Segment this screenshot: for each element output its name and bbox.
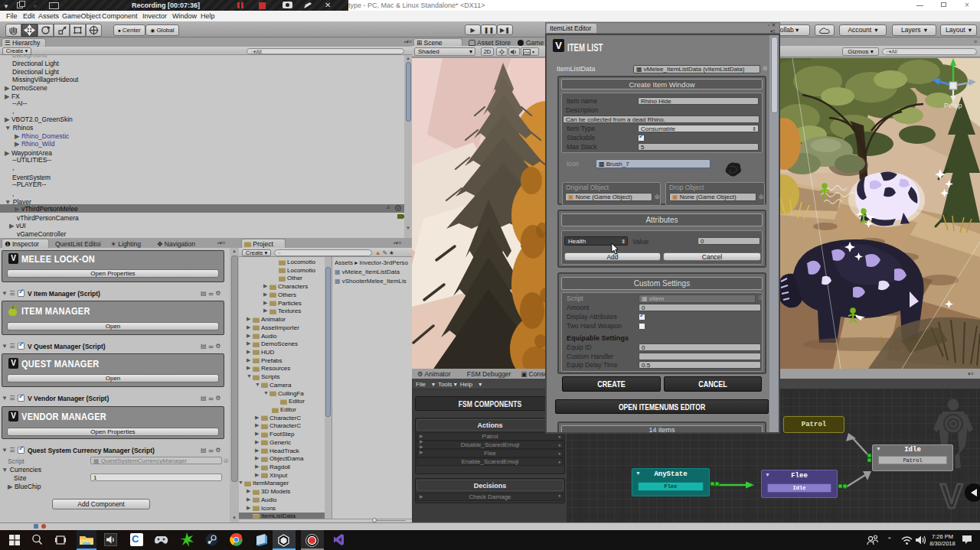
svg-text:Persp: Persp (944, 102, 962, 109)
